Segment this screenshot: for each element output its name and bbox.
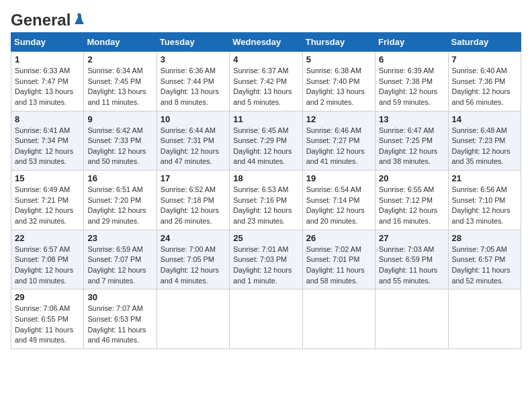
calendar-cell: 3Sunrise: 6:36 AMSunset: 7:44 PMDaylight… bbox=[157, 52, 229, 111]
day-number: 6 bbox=[379, 54, 444, 64]
logo-general: General bbox=[11, 11, 71, 30]
calendar-cell bbox=[375, 289, 448, 349]
day-info: Sunrise: 6:52 AMSunset: 7:18 PMDaylight:… bbox=[161, 185, 226, 227]
day-number: 27 bbox=[379, 233, 444, 243]
day-info: Sunrise: 6:54 AMSunset: 7:14 PMDaylight:… bbox=[306, 185, 371, 227]
day-number: 20 bbox=[379, 173, 444, 183]
day-info: Sunrise: 6:37 AMSunset: 7:42 PMDaylight:… bbox=[233, 66, 298, 108]
day-info: Sunrise: 7:03 AMSunset: 6:59 PMDaylight:… bbox=[379, 244, 444, 287]
day-info: Sunrise: 7:01 AMSunset: 7:03 PMDaylight:… bbox=[233, 244, 298, 287]
calendar-header-row: SundayMondayTuesdayWednesdayThursdayFrid… bbox=[11, 33, 521, 52]
day-info: Sunrise: 6:53 AMSunset: 7:16 PMDaylight:… bbox=[233, 185, 298, 227]
day-header-sunday: Sunday bbox=[11, 33, 84, 52]
day-info: Sunrise: 6:45 AMSunset: 7:29 PMDaylight:… bbox=[233, 126, 298, 168]
calendar-cell: 8Sunrise: 6:41 AMSunset: 7:34 PMDaylight… bbox=[11, 111, 84, 171]
day-info: Sunrise: 6:41 AMSunset: 7:34 PMDaylight:… bbox=[15, 126, 80, 168]
calendar-cell: 17Sunrise: 6:52 AMSunset: 7:18 PMDayligh… bbox=[157, 171, 229, 230]
day-info: Sunrise: 6:56 AMSunset: 7:10 PMDaylight:… bbox=[452, 185, 517, 227]
day-info: Sunrise: 6:44 AMSunset: 7:31 PMDaylight:… bbox=[161, 126, 226, 168]
calendar-cell: 4Sunrise: 6:37 AMSunset: 7:42 PMDaylight… bbox=[230, 52, 302, 111]
day-header-wednesday: Wednesday bbox=[230, 33, 302, 52]
day-number: 23 bbox=[87, 233, 152, 243]
day-header-thursday: Thursday bbox=[302, 33, 375, 52]
day-number: 15 bbox=[15, 173, 80, 183]
day-header-tuesday: Tuesday bbox=[157, 33, 229, 52]
day-number: 9 bbox=[87, 114, 152, 124]
day-number: 17 bbox=[161, 173, 226, 183]
day-number: 12 bbox=[306, 114, 371, 124]
calendar-cell: 5Sunrise: 6:38 AMSunset: 7:40 PMDaylight… bbox=[302, 52, 375, 111]
logo: General bbox=[11, 11, 87, 27]
page-header: General bbox=[11, 11, 521, 27]
day-number: 22 bbox=[15, 233, 80, 243]
day-number: 19 bbox=[306, 173, 371, 183]
calendar-cell bbox=[448, 289, 521, 349]
day-header-friday: Friday bbox=[375, 33, 448, 52]
calendar-cell bbox=[302, 289, 375, 349]
day-info: Sunrise: 6:38 AMSunset: 7:40 PMDaylight:… bbox=[306, 66, 371, 108]
day-number: 4 bbox=[233, 54, 298, 64]
calendar-cell: 10Sunrise: 6:44 AMSunset: 7:31 PMDayligh… bbox=[157, 111, 229, 171]
day-info: Sunrise: 6:36 AMSunset: 7:44 PMDaylight:… bbox=[161, 66, 226, 108]
calendar-cell: 26Sunrise: 7:02 AMSunset: 7:01 PMDayligh… bbox=[302, 230, 375, 289]
day-info: Sunrise: 6:40 AMSunset: 7:36 PMDaylight:… bbox=[452, 66, 517, 108]
day-info: Sunrise: 7:07 AMSunset: 6:53 PMDaylight:… bbox=[87, 304, 152, 346]
calendar-week-4: 22Sunrise: 6:57 AMSunset: 7:08 PMDayligh… bbox=[11, 230, 521, 289]
day-info: Sunrise: 6:48 AMSunset: 7:23 PMDaylight:… bbox=[452, 126, 517, 168]
day-info: Sunrise: 7:02 AMSunset: 7:01 PMDaylight:… bbox=[306, 244, 371, 287]
day-number: 5 bbox=[306, 54, 371, 64]
day-number: 24 bbox=[161, 233, 226, 243]
day-info: Sunrise: 6:57 AMSunset: 7:08 PMDaylight:… bbox=[15, 244, 80, 287]
day-info: Sunrise: 6:47 AMSunset: 7:25 PMDaylight:… bbox=[379, 126, 444, 168]
calendar-cell: 6Sunrise: 6:39 AMSunset: 7:38 PMDaylight… bbox=[375, 52, 448, 111]
day-number: 18 bbox=[233, 173, 298, 183]
day-info: Sunrise: 7:06 AMSunset: 6:55 PMDaylight:… bbox=[15, 304, 80, 346]
calendar-cell: 12Sunrise: 6:46 AMSunset: 7:27 PMDayligh… bbox=[302, 111, 375, 171]
calendar-week-1: 1Sunrise: 6:33 AMSunset: 7:47 PMDaylight… bbox=[11, 52, 521, 111]
day-number: 7 bbox=[452, 54, 517, 64]
calendar-week-5: 29Sunrise: 7:06 AMSunset: 6:55 PMDayligh… bbox=[11, 289, 521, 349]
day-info: Sunrise: 6:33 AMSunset: 7:47 PMDaylight:… bbox=[15, 66, 80, 108]
calendar-cell: 9Sunrise: 6:42 AMSunset: 7:33 PMDaylight… bbox=[84, 111, 157, 171]
calendar-cell: 2Sunrise: 6:34 AMSunset: 7:45 PMDaylight… bbox=[84, 52, 157, 111]
calendar-cell: 18Sunrise: 6:53 AMSunset: 7:16 PMDayligh… bbox=[230, 171, 302, 230]
day-number: 30 bbox=[87, 292, 152, 302]
calendar: SundayMondayTuesdayWednesdayThursdayFrid… bbox=[11, 32, 521, 349]
calendar-cell: 1Sunrise: 6:33 AMSunset: 7:47 PMDaylight… bbox=[11, 52, 84, 111]
calendar-cell: 16Sunrise: 6:51 AMSunset: 7:20 PMDayligh… bbox=[84, 171, 157, 230]
calendar-cell: 28Sunrise: 7:05 AMSunset: 6:57 PMDayligh… bbox=[448, 230, 521, 289]
calendar-cell: 15Sunrise: 6:49 AMSunset: 7:21 PMDayligh… bbox=[11, 171, 84, 230]
calendar-cell: 23Sunrise: 6:59 AMSunset: 7:07 PMDayligh… bbox=[84, 230, 157, 289]
day-number: 8 bbox=[15, 114, 80, 124]
day-number: 14 bbox=[452, 114, 517, 124]
calendar-cell: 14Sunrise: 6:48 AMSunset: 7:23 PMDayligh… bbox=[448, 111, 521, 171]
day-info: Sunrise: 7:05 AMSunset: 6:57 PMDaylight:… bbox=[452, 244, 517, 287]
logo-icon bbox=[72, 12, 87, 27]
calendar-cell: 27Sunrise: 7:03 AMSunset: 6:59 PMDayligh… bbox=[375, 230, 448, 289]
calendar-cell: 30Sunrise: 7:07 AMSunset: 6:53 PMDayligh… bbox=[84, 289, 157, 349]
day-info: Sunrise: 6:49 AMSunset: 7:21 PMDaylight:… bbox=[15, 185, 80, 227]
day-number: 13 bbox=[379, 114, 444, 124]
day-number: 26 bbox=[306, 233, 371, 243]
calendar-week-2: 8Sunrise: 6:41 AMSunset: 7:34 PMDaylight… bbox=[11, 111, 521, 171]
day-number: 29 bbox=[15, 292, 80, 302]
calendar-cell bbox=[157, 289, 229, 349]
day-number: 2 bbox=[87, 54, 152, 64]
day-info: Sunrise: 6:51 AMSunset: 7:20 PMDaylight:… bbox=[87, 185, 152, 227]
day-header-saturday: Saturday bbox=[448, 33, 521, 52]
calendar-cell: 25Sunrise: 7:01 AMSunset: 7:03 PMDayligh… bbox=[230, 230, 302, 289]
calendar-cell: 13Sunrise: 6:47 AMSunset: 7:25 PMDayligh… bbox=[375, 111, 448, 171]
day-info: Sunrise: 6:34 AMSunset: 7:45 PMDaylight:… bbox=[87, 66, 152, 108]
day-info: Sunrise: 6:42 AMSunset: 7:33 PMDaylight:… bbox=[87, 126, 152, 168]
calendar-cell: 7Sunrise: 6:40 AMSunset: 7:36 PMDaylight… bbox=[448, 52, 521, 111]
calendar-cell: 29Sunrise: 7:06 AMSunset: 6:55 PMDayligh… bbox=[11, 289, 84, 349]
calendar-cell: 19Sunrise: 6:54 AMSunset: 7:14 PMDayligh… bbox=[302, 171, 375, 230]
day-info: Sunrise: 7:00 AMSunset: 7:05 PMDaylight:… bbox=[161, 244, 226, 287]
day-number: 10 bbox=[161, 114, 226, 124]
day-number: 25 bbox=[233, 233, 298, 243]
calendar-cell: 24Sunrise: 7:00 AMSunset: 7:05 PMDayligh… bbox=[157, 230, 229, 289]
calendar-week-3: 15Sunrise: 6:49 AMSunset: 7:21 PMDayligh… bbox=[11, 171, 521, 230]
day-number: 16 bbox=[87, 173, 152, 183]
day-number: 28 bbox=[452, 233, 517, 243]
day-number: 21 bbox=[452, 173, 517, 183]
